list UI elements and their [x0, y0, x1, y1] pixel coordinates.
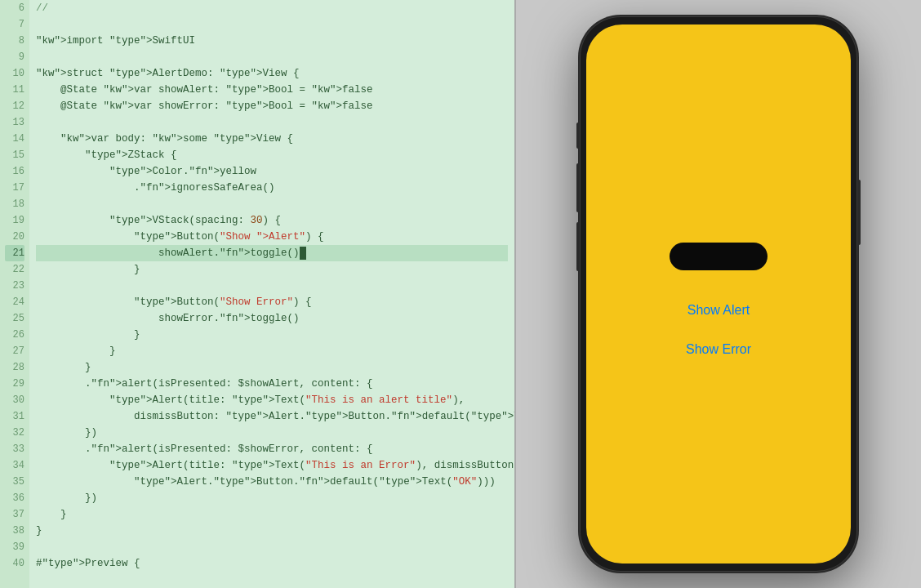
line-number: 12	[13, 98, 24, 114]
dynamic-island	[670, 243, 768, 270]
line-number: 35	[13, 474, 24, 490]
code-line: "type">Button("Show Error") {	[36, 294, 508, 310]
code-line: }	[36, 506, 508, 523]
line-number: 6	[19, 0, 24, 16]
code-line: })	[36, 490, 508, 506]
line-number: 26	[13, 327, 24, 343]
code-editor: 6789101112131415161718192021222324252627…	[0, 0, 514, 588]
line-number: 40	[13, 555, 24, 572]
volume-down-button	[576, 222, 580, 271]
code-line	[36, 49, 508, 65]
code-lines: // "kw">import "type">SwiftUI "kw">struc…	[29, 0, 514, 588]
code-line: @State "kw">var showAlert: "type">Bool =…	[36, 82, 508, 98]
code-line: //	[36, 0, 508, 16]
code-line: "type">VStack(spacing: 30) {	[36, 212, 508, 229]
line-numbers: 6789101112131415161718192021222324252627…	[0, 0, 29, 588]
line-number: 34	[13, 457, 24, 474]
line-number: 20	[13, 229, 24, 245]
iphone-screen: Show Alert Show Error	[586, 24, 851, 564]
show-error-button[interactable]: Show Error	[686, 342, 751, 357]
line-number: 25	[13, 310, 24, 327]
code-line: }	[36, 523, 508, 539]
code-line: "type">Color."fn">yellow	[36, 163, 508, 180]
code-line: ."fn">ignoresSafeArea()	[36, 180, 508, 196]
line-number: 7	[19, 16, 24, 33]
code-line: "type">Alert(title: "type">Text("This is…	[36, 392, 508, 408]
code-line: @State "kw">var showError: "type">Bool =…	[36, 98, 508, 114]
code-line: "kw">import "type">SwiftUI	[36, 33, 508, 49]
code-line: })	[36, 425, 508, 441]
line-number: 31	[13, 408, 24, 425]
code-line: }	[36, 327, 508, 343]
code-line: "type">Alert(title: "type">Text("This is…	[36, 457, 508, 474]
line-number: 36	[13, 490, 24, 506]
code-line: }	[36, 261, 508, 278]
line-number: 27	[13, 343, 24, 359]
line-number: 39	[13, 539, 24, 555]
line-number: 10	[13, 65, 24, 82]
line-number: 15	[13, 147, 24, 163]
code-line: "type">ZStack {	[36, 147, 508, 163]
power-button	[857, 180, 861, 245]
line-number: 33	[13, 441, 24, 457]
code-line	[36, 278, 508, 294]
code-line: ."fn">alert(isPresented: $showAlert, con…	[36, 376, 508, 392]
line-number: 14	[13, 131, 24, 147]
line-number: 19	[13, 212, 24, 229]
code-line: "kw">struct "type">AlertDemo: "type">Vie…	[36, 65, 508, 82]
line-number: 24	[13, 294, 24, 310]
line-number: 28	[13, 359, 24, 376]
line-number: 30	[13, 392, 24, 408]
line-number: 16	[13, 163, 24, 180]
line-number: 32	[13, 425, 24, 441]
line-number: 21	[5, 245, 24, 261]
line-number: 17	[13, 180, 24, 196]
line-number: 8	[19, 33, 24, 49]
line-number: 18	[13, 196, 24, 212]
line-number: 37	[13, 506, 24, 523]
line-number: 11	[13, 82, 24, 98]
code-line	[36, 539, 508, 555]
line-number: 22	[13, 261, 24, 278]
code-line	[36, 196, 508, 212]
line-number: 9	[19, 49, 24, 65]
code-line: "kw">var body: "kw">some "type">View {	[36, 131, 508, 147]
mute-button	[576, 122, 580, 149]
code-line: ."fn">alert(isPresented: $showError, con…	[36, 441, 508, 457]
code-line: showAlert."fn">toggle()	[36, 245, 508, 261]
iphone-device: Show Alert Show Error	[580, 16, 857, 572]
line-number: 38	[13, 523, 24, 539]
code-line	[36, 114, 508, 131]
line-number: 13	[13, 114, 24, 131]
code-line: showError."fn">toggle()	[36, 310, 508, 327]
line-number: 29	[13, 376, 24, 392]
code-line: "type">Alert."type">Button."fn">default(…	[36, 474, 508, 490]
code-line: }	[36, 343, 508, 359]
code-line: }	[36, 359, 508, 376]
code-line: dismissButton: "type">Alert."type">Butto…	[36, 408, 508, 425]
line-number: 23	[13, 278, 24, 294]
screen-content: Show Alert Show Error	[686, 303, 751, 357]
show-alert-button[interactable]: Show Alert	[687, 303, 750, 318]
code-line: #"type">Preview {	[36, 555, 508, 572]
volume-up-button	[576, 163, 580, 212]
code-line: "type">Button("Show ">Alert") {	[36, 229, 508, 245]
code-line	[36, 16, 508, 33]
preview-panel: Show Alert Show Error	[516, 0, 921, 588]
